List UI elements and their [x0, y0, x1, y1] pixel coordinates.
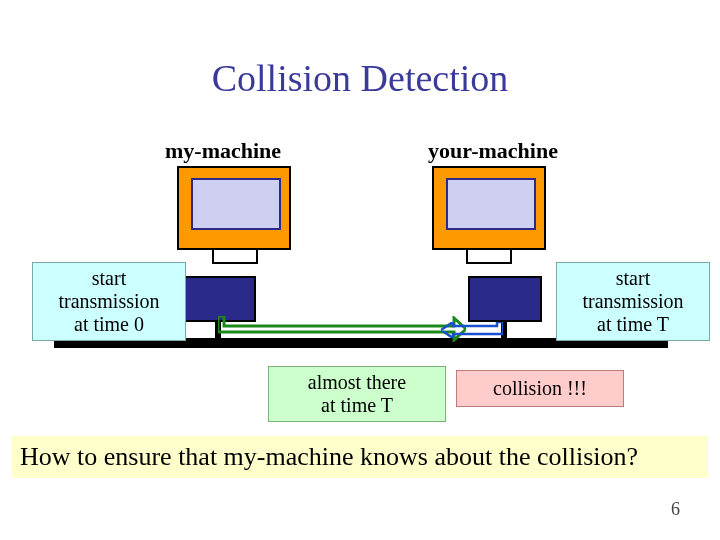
- callout-line: transmission: [41, 290, 177, 313]
- callout-start-right: start transmission at time T: [556, 262, 710, 341]
- callout-line: start: [41, 267, 177, 290]
- label-your-machine: your-machine: [428, 138, 558, 164]
- callout-line: start: [565, 267, 701, 290]
- slide: Collision Detection my-machine your-mach…: [0, 0, 720, 540]
- label-my-machine: my-machine: [165, 138, 281, 164]
- cpu-box-icon: [182, 276, 256, 322]
- callout-line: at time T: [565, 313, 701, 336]
- callout-line: almost there: [277, 371, 437, 394]
- drop-cable-icon: [215, 320, 221, 340]
- drop-cable-icon: [501, 320, 507, 340]
- callout-line: at time T: [277, 394, 437, 417]
- screen-icon: [191, 178, 281, 230]
- monitor-stand-icon: [466, 248, 512, 264]
- callout-start-left: start transmission at time 0: [32, 262, 186, 341]
- callout-line: transmission: [565, 290, 701, 313]
- monitor-stand-icon: [212, 248, 258, 264]
- page-number: 6: [671, 499, 680, 520]
- callout-almost-there: almost there at time T: [268, 366, 446, 422]
- page-title: Collision Detection: [0, 56, 720, 100]
- callout-collision: collision !!!: [456, 370, 624, 407]
- transmission-arrow-right-icon: [441, 322, 503, 338]
- cpu-box-icon: [468, 276, 542, 322]
- question-banner: How to ensure that my-machine knows abou…: [12, 436, 708, 478]
- monitor-icon: [432, 166, 546, 250]
- callout-line: at time 0: [41, 313, 177, 336]
- screen-icon: [446, 178, 536, 230]
- monitor-icon: [177, 166, 291, 250]
